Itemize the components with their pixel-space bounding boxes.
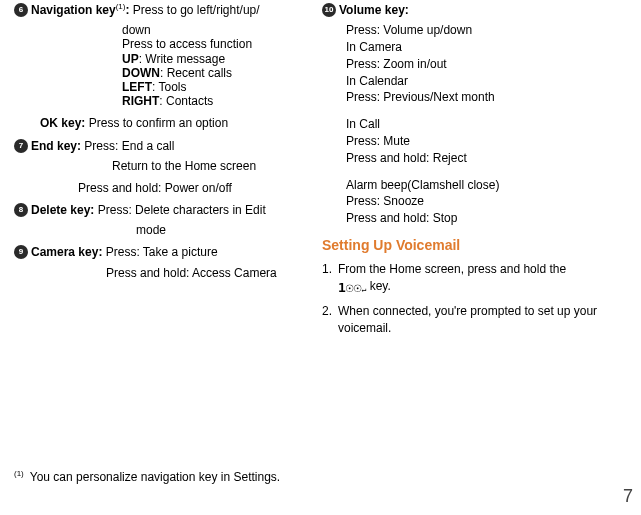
end-key-entry: 7 End key: Press: End a call [14, 138, 304, 154]
nav-down-val: : Recent calls [160, 66, 232, 80]
camera-key-label: Camera key: [31, 245, 102, 259]
vol-b1d: In Calendar [346, 73, 614, 90]
bullet-10-icon: 10 [322, 3, 336, 17]
footnote-mark: (1) [14, 468, 24, 487]
volume-key-entry: 10 Volume key: [322, 2, 614, 18]
vol-b2b: Press: Mute [346, 133, 614, 150]
vol-b2a: In Call [346, 116, 614, 133]
vol-b1c: Press: Zoom in/out [346, 56, 614, 73]
vol-b3c: Press and hold: Stop [346, 210, 614, 227]
vol-b1b: In Camera [346, 39, 614, 56]
voicemail-title: Setting Up Voicemail [322, 237, 614, 253]
volume-block-2: In Call Press: Mute Press and hold: Reje… [346, 116, 614, 166]
nav-down-key: DOWN [122, 66, 160, 80]
camera-key-l1: Press: Take a picture [106, 245, 218, 259]
voicemail-s1b-tail: key. [366, 279, 390, 293]
delete-key-label: Delete key: [31, 203, 94, 217]
delete-key-l1: Press: Delete characters in Edit [98, 203, 266, 217]
end-key-l2: Return to the Home screen [14, 158, 304, 174]
ok-key-desc: Press to confirm an option [89, 116, 228, 130]
nav-up-key: UP [122, 52, 139, 66]
voicemail-step-2: 2. When connected, you're prompted to se… [322, 303, 614, 337]
right-column: 10 Volume key: Press: Volume up/down In … [316, 2, 626, 511]
bullet-8-icon: 8 [14, 203, 28, 217]
nav-right-key: RIGHT [122, 94, 159, 108]
page: 6 Navigation key(1): Press to go left/ri… [0, 0, 641, 515]
voicemail-key-icon: 1☉☉↵ [338, 279, 366, 297]
ok-key-entry: OK key: Press to confirm an option [40, 115, 304, 131]
voicemail-s1a: From the Home screen, press and hold the [338, 262, 566, 276]
delete-key-l2: mode [14, 222, 304, 238]
vol-b3a: Alarm beep(Clamshell close) [346, 177, 614, 194]
navigation-key-entry: 6 Navigation key(1): Press to go left/ri… [14, 2, 304, 18]
vol-b1e: Press: Previous/Next month [346, 89, 614, 106]
bullet-9-icon: 9 [14, 245, 28, 259]
footnote: (1) You can personalize navigation key i… [14, 468, 304, 487]
volume-block-1: Press: Volume up/down In Camera Press: Z… [346, 22, 614, 106]
nav-up-val: : Write message [139, 52, 225, 66]
vol-b2c: Press and hold: Reject [346, 150, 614, 167]
bullet-7-icon: 7 [14, 139, 28, 153]
nav-left-val: : Tools [152, 80, 186, 94]
nav-key-label: Navigation key [31, 3, 116, 17]
end-key-l1: Press: End a call [84, 139, 174, 153]
voicemail-step-1: 1. From the Home screen, press and hold … [322, 261, 614, 297]
left-column: 6 Navigation key(1): Press to go left/ri… [14, 2, 316, 511]
bullet-6-icon: 6 [14, 3, 28, 17]
vol-b1a: Press: Volume up/down [346, 22, 614, 39]
end-key-label: End key: [31, 139, 81, 153]
camera-key-entry: 9 Camera key: Press: Take a picture [14, 244, 304, 260]
ok-key-label: OK key: [40, 116, 85, 130]
volume-block-3: Alarm beep(Clamshell close) Press: Snooz… [346, 177, 614, 227]
volume-key-label: Volume key: [339, 3, 409, 17]
nav-left-key: LEFT [122, 80, 152, 94]
footnote-text: You can personalize navigation key in Se… [30, 468, 280, 487]
camera-key-l2: Press and hold: Access Camera [14, 265, 304, 281]
nav-right-val: : Contacts [159, 94, 213, 108]
nav-key-desc1: Press to go left/right/up/ [133, 3, 260, 17]
end-key-l3: Press and hold: Power on/off [14, 180, 304, 196]
vol-b3b: Press: Snooze [346, 193, 614, 210]
voicemail-s2: When connected, you're prompted to set u… [338, 303, 614, 337]
page-number: 7 [623, 486, 633, 507]
delete-key-entry: 8 Delete key: Press: Delete characters i… [14, 202, 304, 218]
